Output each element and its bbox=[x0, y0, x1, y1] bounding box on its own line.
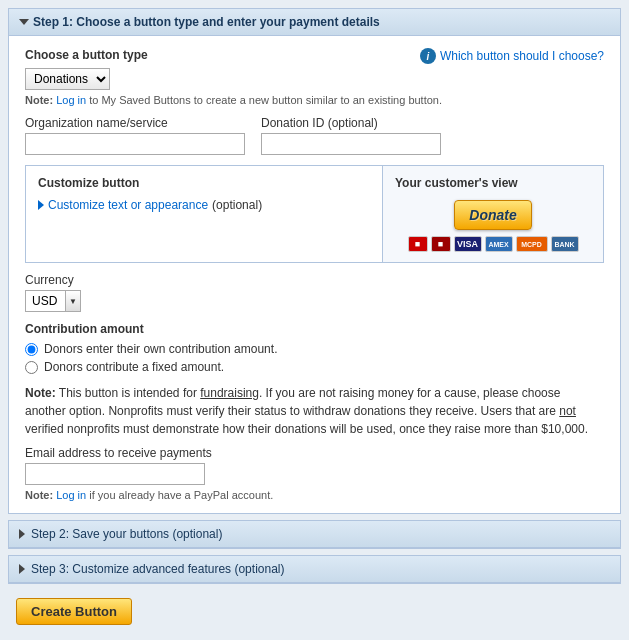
customize-left-title: Customize button bbox=[38, 176, 370, 190]
currency-chevron-icon: ▼ bbox=[69, 297, 77, 306]
step2-toggle-icon bbox=[19, 529, 25, 539]
customize-link[interactable]: Customize text or appearance bbox=[48, 198, 208, 212]
note-row: Note: Log in to My Saved Buttons to crea… bbox=[25, 94, 604, 106]
step1-header-text: Step 1: Choose a button type and enter y… bbox=[33, 15, 380, 29]
donation-id-input[interactable] bbox=[261, 133, 441, 155]
org-name-label: Organization name/service bbox=[25, 116, 245, 130]
button-type-section: Choose a button type Donations bbox=[25, 48, 148, 90]
optional-text: (optional) bbox=[212, 198, 262, 212]
radio-own-amount[interactable] bbox=[25, 343, 38, 356]
radio-fixed-amount[interactable] bbox=[25, 361, 38, 374]
step1-panel: Step 1: Choose a button type and enter y… bbox=[8, 8, 621, 514]
currency-dropdown-btn[interactable]: ▼ bbox=[65, 290, 81, 312]
step1-toggle-icon bbox=[19, 19, 29, 25]
bottom-buttons: Create Button bbox=[8, 590, 621, 633]
org-name-group: Organization name/service bbox=[25, 116, 245, 155]
step2-header-row: Step 2: Save your buttons (optional) bbox=[19, 527, 222, 541]
card-icons-row: ■ ■ VISA AMEX MCPD BANK bbox=[408, 236, 579, 252]
org-donation-row: Organization name/service Donation ID (o… bbox=[25, 116, 604, 155]
donation-id-label: Donation ID (optional) bbox=[261, 116, 441, 130]
note-prefix: Note: bbox=[25, 94, 53, 106]
card-icon-red1: ■ bbox=[408, 236, 428, 252]
card-icon-red2: ■ bbox=[431, 236, 451, 252]
note-important-text: This button is intended for fundraising.… bbox=[25, 386, 588, 436]
card-icon-amex: AMEX bbox=[485, 236, 513, 252]
note-important-prefix: Note: bbox=[25, 386, 56, 400]
customer-view-title: Your customer's view bbox=[395, 176, 518, 190]
radio-row-1: Donors enter their own contribution amou… bbox=[25, 342, 604, 356]
currency-text[interactable] bbox=[25, 290, 65, 312]
currency-select-group: ▼ bbox=[25, 290, 604, 312]
step1-header[interactable]: Step 1: Choose a button type and enter y… bbox=[9, 9, 620, 36]
card-icon-visa: VISA bbox=[454, 236, 482, 252]
donation-id-group: Donation ID (optional) bbox=[261, 116, 441, 155]
which-button-link[interactable]: i Which button should I choose? bbox=[420, 48, 604, 64]
button-type-select[interactable]: Donations bbox=[25, 68, 110, 90]
help-icon: i bbox=[420, 48, 436, 64]
step3-header-text: Step 3: Customize advanced features (opt… bbox=[31, 562, 284, 576]
step2-header[interactable]: Step 2: Save your buttons (optional) bbox=[9, 521, 620, 548]
email-label: Email address to receive payments bbox=[25, 446, 604, 460]
email-input[interactable] bbox=[25, 463, 205, 485]
step3-toggle-icon bbox=[19, 564, 25, 574]
customize-right: Your customer's view Donate ■ ■ VISA AME… bbox=[383, 166, 603, 262]
customize-box: Customize button Customize text or appea… bbox=[25, 165, 604, 263]
donate-preview-button[interactable]: Donate bbox=[454, 200, 531, 230]
button-type-row: Choose a button type Donations i Which b… bbox=[25, 48, 604, 90]
card-icon-bank: BANK bbox=[551, 236, 579, 252]
currency-label: Currency bbox=[25, 273, 604, 287]
email-note-prefix: Note: bbox=[25, 489, 53, 501]
step3-panel: Step 3: Customize advanced features (opt… bbox=[8, 555, 621, 584]
step1-body: Choose a button type Donations i Which b… bbox=[9, 36, 620, 513]
login-link-note[interactable]: Log in bbox=[56, 94, 86, 106]
step3-header[interactable]: Step 3: Customize advanced features (opt… bbox=[9, 556, 620, 583]
important-note: Note: This button is intended for fundra… bbox=[25, 384, 604, 438]
card-icon-disc: MCPD bbox=[516, 236, 548, 252]
note-suffix: to My Saved Buttons to create a new butt… bbox=[89, 94, 442, 106]
expand-icon bbox=[38, 200, 44, 210]
create-button[interactable]: Create Button bbox=[16, 598, 132, 625]
customize-left: Customize button Customize text or appea… bbox=[26, 166, 383, 262]
email-note-suffix: if you already have a PayPal account. bbox=[89, 489, 273, 501]
step2-header-text: Step 2: Save your buttons (optional) bbox=[31, 527, 222, 541]
currency-section: Currency ▼ bbox=[25, 273, 604, 312]
login-link-email[interactable]: Log in bbox=[56, 489, 86, 501]
radio-row-2: Donors contribute a fixed amount. bbox=[25, 360, 604, 374]
which-button-anchor[interactable]: Which button should I choose? bbox=[440, 49, 604, 63]
page-wrapper: Step 1: Choose a button type and enter y… bbox=[0, 0, 629, 640]
email-note: Note: Log in if you already have a PayPa… bbox=[25, 489, 604, 501]
email-section: Email address to receive payments Note: … bbox=[25, 446, 604, 501]
contribution-title: Contribution amount bbox=[25, 322, 604, 336]
org-name-input[interactable] bbox=[25, 133, 245, 155]
radio-fixed-label: Donors contribute a fixed amount. bbox=[44, 360, 224, 374]
contribution-section: Contribution amount Donors enter their o… bbox=[25, 322, 604, 374]
button-type-label: Choose a button type bbox=[25, 48, 148, 62]
radio-own-label: Donors enter their own contribution amou… bbox=[44, 342, 277, 356]
step2-panel: Step 2: Save your buttons (optional) bbox=[8, 520, 621, 549]
step3-header-row: Step 3: Customize advanced features (opt… bbox=[19, 562, 284, 576]
customize-link-row: Customize text or appearance (optional) bbox=[38, 198, 370, 212]
